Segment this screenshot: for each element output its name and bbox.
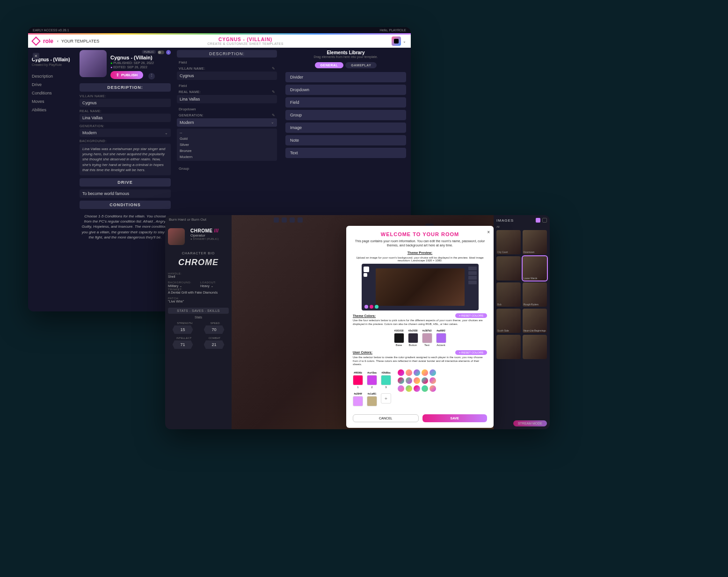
tab-gameplay[interactable]: GAMEPLAY xyxy=(345,62,377,68)
image-thumb[interactable]: Rough Ryders xyxy=(523,282,547,307)
color-swatch-accent[interactable] xyxy=(436,333,446,343)
room-title: Burn Hard or Burn Out xyxy=(169,217,206,222)
nav-item-description[interactable]: Description xyxy=(32,72,73,80)
image-thumb[interactable]: City Court xyxy=(496,230,521,254)
visibility-badge[interactable]: PUBLIC xyxy=(142,50,156,54)
option-gold[interactable]: Gold xyxy=(177,136,277,142)
preview-gen-select[interactable]: Modern⌄ xyxy=(177,118,277,127)
edit-icon[interactable]: ✎ xyxy=(272,113,276,117)
info-icon[interactable]: i xyxy=(166,50,171,55)
theme-preview-label: Theme Preview: xyxy=(353,251,487,254)
breadcrumb[interactable]: ‹ YOUR TEMPLATES xyxy=(57,39,99,43)
add-color-button[interactable]: + xyxy=(381,393,391,404)
stream-mode-badge[interactable]: STREAM MODE xyxy=(513,420,547,426)
toggle-icon[interactable] xyxy=(158,50,164,54)
image-thumb[interactable] xyxy=(496,256,521,281)
image-thumb[interactable]: Bob xyxy=(496,282,521,307)
character-portrait[interactable] xyxy=(80,50,107,77)
villain-name-input[interactable]: Cygnus xyxy=(80,99,171,107)
nav-item-drive[interactable]: Drive xyxy=(32,80,73,89)
stat-combat[interactable]: 21 xyxy=(204,340,225,349)
more-icon[interactable]: ⋮ xyxy=(148,73,155,79)
cancel-button[interactable]: CANCEL xyxy=(353,414,419,422)
modal-close-icon[interactable]: × xyxy=(487,230,490,235)
image-thumb[interactable]: Downtown xyxy=(523,230,547,254)
user-color-4[interactable] xyxy=(353,396,363,406)
option-modern[interactable]: Modern xyxy=(177,154,277,160)
color-swatch-base[interactable] xyxy=(394,333,404,343)
lib-field[interactable]: Field xyxy=(285,97,406,108)
bg-select[interactable]: Military ⌄ xyxy=(168,284,197,288)
nav-item-conditions[interactable]: Conditions xyxy=(32,89,73,97)
user-color-3[interactable] xyxy=(381,375,391,385)
section-nav: Cygnus - (Villain) Created by PlayRole D… xyxy=(28,48,77,311)
user-avatar[interactable] xyxy=(392,36,401,46)
lib-divider[interactable]: Divider xyxy=(285,72,406,82)
lib-text[interactable]: Text xyxy=(285,148,406,158)
modal-description: This page contains your room information… xyxy=(353,239,487,247)
chevron-down-icon[interactable]: ⌄ xyxy=(403,39,406,43)
lib-group[interactable]: Group xyxy=(285,110,406,120)
nav-item-moves[interactable]: Moves xyxy=(32,97,73,106)
image-thumb-selected[interactable]: Lower Wards xyxy=(523,256,547,281)
tab-general[interactable]: GENERAL xyxy=(315,62,344,68)
nav-item-abilities[interactable]: Abilities xyxy=(32,106,73,114)
user-color-2[interactable] xyxy=(367,375,377,385)
option-silver[interactable]: Silver xyxy=(177,142,277,148)
reset-user-button[interactable]: × RESET COLORS xyxy=(455,350,487,355)
toolbar-icon[interactable] xyxy=(282,217,287,223)
lib-note[interactable]: Note xyxy=(285,135,406,145)
back-chevron-icon[interactable]: ‹ xyxy=(57,39,58,43)
patch-value[interactable]: "Live Wire" xyxy=(168,300,229,303)
user-color-1[interactable] xyxy=(353,375,363,385)
image-thumb[interactable] xyxy=(496,335,521,359)
drive-input[interactable]: To become world famous xyxy=(80,189,171,198)
trinket-value[interactable]: A Dental Grill with Fake Diamonds xyxy=(168,291,229,294)
preview-villain-value[interactable]: Cygnus xyxy=(177,72,277,80)
stat-strength[interactable]: 15 xyxy=(173,325,193,334)
image-thumb[interactable] xyxy=(523,335,547,359)
stat-speed[interactable]: 70 xyxy=(204,325,225,334)
image-thumb[interactable]: South Side xyxy=(496,309,521,333)
theme-help: Use the four selectors below to pick col… xyxy=(353,319,487,326)
gradient-preview-grid xyxy=(398,369,436,392)
color-swatch-button[interactable] xyxy=(408,333,418,343)
add-image-icon[interactable] xyxy=(536,218,540,223)
search-icon[interactable] xyxy=(542,218,547,223)
edit-icon[interactable]: ✎ xyxy=(272,66,276,71)
preview-real-value[interactable]: Lina Vallas xyxy=(177,95,277,103)
background-label: BACKGROUND: xyxy=(80,139,171,143)
close-button[interactable]: ✕ xyxy=(33,53,39,59)
real-name-input[interactable]: Lina Vallas xyxy=(80,114,171,122)
publish-button[interactable]: ⇧PUBLISH xyxy=(110,71,143,79)
user-color-5[interactable] xyxy=(367,396,377,406)
character-name: Cygnus - (Villain) xyxy=(110,55,171,60)
chevron-down-icon: ⌄ xyxy=(271,120,274,125)
option-bronze[interactable]: Bronze xyxy=(177,148,277,154)
stat-label: SPEED xyxy=(210,322,219,325)
toolbar-icon[interactable] xyxy=(274,217,279,223)
theme-preview[interactable] xyxy=(362,264,479,310)
page-subtitle: CREATE & CUSTOMIZE SHEET TEMPLATES xyxy=(99,42,392,45)
preview-villain-label: VILLAIN NAME: xyxy=(179,67,205,70)
handle-value[interactable]: Shell xyxy=(168,275,229,278)
generation-select[interactable]: Modern⌄ xyxy=(80,129,171,137)
char-portrait[interactable] xyxy=(168,228,185,245)
option-dash[interactable]: -- xyxy=(177,130,277,136)
toolbar-icon[interactable] xyxy=(290,217,295,223)
edit-icon[interactable]: ✎ xyxy=(272,90,276,94)
color-swatch-text[interactable] xyxy=(422,333,432,343)
loadout-select[interactable]: Heavy ⌄ xyxy=(200,284,229,288)
image-thumb[interactable]: Neon-Lite Beginnings xyxy=(523,309,547,333)
upload-icon: ⇧ xyxy=(116,73,119,77)
save-button[interactable]: SAVE xyxy=(422,414,488,422)
lib-dropdown[interactable]: Dropdown xyxy=(285,85,406,95)
lib-image[interactable]: Image xyxy=(285,123,406,133)
background-text[interactable]: Lina Vallas was a metahuman pop star sin… xyxy=(80,144,171,175)
conditions-help-text: Choose 1-5 Conditions for the villain. Y… xyxy=(80,212,171,242)
toolbar-icon[interactable] xyxy=(298,217,303,223)
reset-theme-button[interactable]: × RESET COLORS xyxy=(455,313,487,318)
stat-intellect[interactable]: 71 xyxy=(173,340,193,349)
images-filter[interactable]: All xyxy=(496,225,547,228)
preview-gen-label: GENERATION: xyxy=(179,114,204,117)
